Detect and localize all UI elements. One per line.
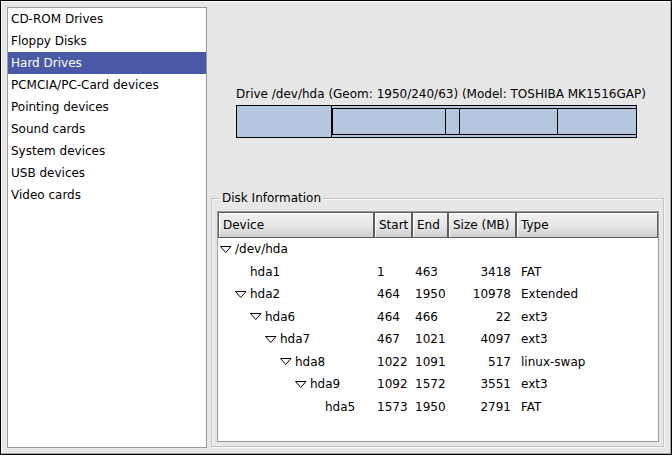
cell-size: 3418 bbox=[448, 265, 516, 279]
device-name: /dev/hda bbox=[235, 242, 288, 256]
device-name: hda8 bbox=[295, 355, 325, 369]
cell-start: 1 bbox=[374, 265, 412, 279]
cell-start: 1092 bbox=[374, 377, 412, 391]
sidebar-item-usb-devices[interactable]: USB devices bbox=[8, 162, 206, 184]
table-row-hda1[interactable]: hda114633418FAT bbox=[218, 261, 658, 284]
expander-icon[interactable] bbox=[280, 355, 295, 368]
column-header-device[interactable]: Device bbox=[218, 212, 374, 238]
cell-end: 1950 bbox=[412, 287, 448, 301]
sidebar-item-video-cards[interactable]: Video cards bbox=[8, 184, 206, 206]
sidebar-item-cd-rom-drives[interactable]: CD-ROM Drives bbox=[8, 8, 206, 30]
drive-label: Drive /dev/hda (Geom: 1950/240/63) (Mode… bbox=[236, 87, 646, 101]
sidebar-item-pcmcia-pc-card-devices[interactable]: PCMCIA/PC-Card devices bbox=[8, 74, 206, 96]
cell-type: FAT bbox=[516, 265, 658, 279]
device-name: hda1 bbox=[250, 265, 280, 279]
disk-table: DeviceStartEndSize (MB)Type /dev/hdahda1… bbox=[217, 211, 659, 442]
cell-start: 1022 bbox=[374, 355, 412, 369]
cell-end: 466 bbox=[412, 310, 448, 324]
cell-start: 464 bbox=[374, 310, 412, 324]
table-row-hda2[interactable]: hda2464195010978Extended bbox=[218, 283, 658, 306]
table-row-dev-hda[interactable]: /dev/hda bbox=[218, 238, 658, 261]
logical-partition-divider-1 bbox=[445, 109, 446, 134]
cell-end: 1021 bbox=[412, 332, 448, 346]
cell-type: FAT bbox=[516, 400, 658, 414]
sidebar-item-pointing-devices[interactable]: Pointing devices bbox=[8, 96, 206, 118]
table-row-hda8[interactable]: hda810221091517linux-swap bbox=[218, 351, 658, 374]
table-row-hda5[interactable]: hda5157319502791FAT bbox=[218, 396, 658, 419]
cell-type: ext3 bbox=[516, 377, 658, 391]
cell-size: 10978 bbox=[448, 287, 516, 301]
cell-size: 2791 bbox=[448, 400, 516, 414]
disk-table-body: /dev/hdahda114633418FAThda2464195010978E… bbox=[218, 238, 658, 418]
sidebar-item-system-devices[interactable]: System devices bbox=[8, 140, 206, 162]
cell-end: 1950 bbox=[412, 400, 448, 414]
partition-bar bbox=[236, 105, 637, 138]
expander-icon[interactable] bbox=[220, 243, 235, 256]
table-row-hda6[interactable]: hda646446622ext3 bbox=[218, 306, 658, 329]
device-name: hda5 bbox=[325, 400, 355, 414]
cell-start: 1573 bbox=[374, 400, 412, 414]
column-header-type[interactable]: Type bbox=[516, 212, 658, 238]
column-header-size-mb[interactable]: Size (MB) bbox=[448, 212, 516, 238]
table-row-hda7[interactable]: hda746710214097ext3 bbox=[218, 328, 658, 351]
column-header-start[interactable]: Start bbox=[374, 212, 412, 238]
cell-end: 1091 bbox=[412, 355, 448, 369]
expander-icon[interactable] bbox=[295, 378, 310, 391]
cell-type: ext3 bbox=[516, 310, 658, 324]
disk-table-header: DeviceStartEndSize (MB)Type bbox=[218, 212, 658, 238]
device-name: hda9 bbox=[310, 377, 340, 391]
logical-partition-divider-2 bbox=[459, 109, 460, 134]
disk-information-title: Disk Information bbox=[220, 191, 323, 205]
logical-partition-divider-3 bbox=[557, 109, 558, 134]
expander-icon[interactable] bbox=[265, 333, 280, 346]
device-name: hda2 bbox=[250, 287, 280, 301]
sidebar-item-hard-drives[interactable]: Hard Drives bbox=[8, 52, 206, 74]
extended-partition-box bbox=[332, 108, 637, 135]
cell-type: linux-swap bbox=[516, 355, 658, 369]
cell-type: ext3 bbox=[516, 332, 658, 346]
device-category-list: CD-ROM DrivesFloppy DisksHard DrivesPCMC… bbox=[7, 7, 207, 448]
cell-start: 464 bbox=[374, 287, 412, 301]
sidebar-item-sound-cards[interactable]: Sound cards bbox=[8, 118, 206, 140]
device-name: hda6 bbox=[265, 310, 295, 324]
cell-end: 1572 bbox=[412, 377, 448, 391]
table-row-hda9[interactable]: hda9109215723551ext3 bbox=[218, 373, 658, 396]
sidebar-item-floppy-disks[interactable]: Floppy Disks bbox=[8, 30, 206, 52]
cell-start: 467 bbox=[374, 332, 412, 346]
expander-icon[interactable] bbox=[250, 310, 265, 323]
expander-icon[interactable] bbox=[235, 288, 250, 301]
cell-size: 3551 bbox=[448, 377, 516, 391]
cell-type: Extended bbox=[516, 287, 658, 301]
device-name: hda7 bbox=[280, 332, 310, 346]
cell-size: 4097 bbox=[448, 332, 516, 346]
column-header-end[interactable]: End bbox=[412, 212, 448, 238]
cell-size: 517 bbox=[448, 355, 516, 369]
cell-size: 22 bbox=[448, 310, 516, 324]
cell-end: 463 bbox=[412, 265, 448, 279]
